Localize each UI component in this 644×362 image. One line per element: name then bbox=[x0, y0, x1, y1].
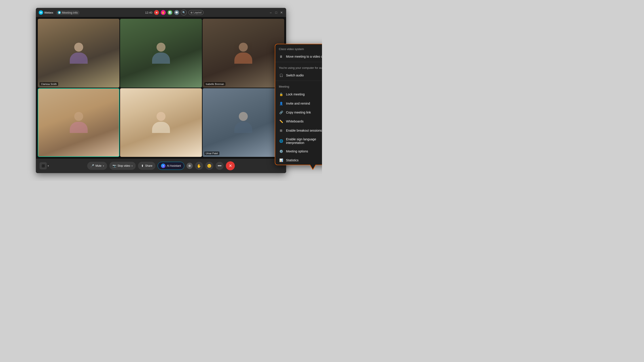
audio-icon: 🎧 bbox=[279, 73, 283, 77]
video-cell-1: Clarissa Smith bbox=[38, 19, 120, 88]
meeting-info-label: Meeting info bbox=[62, 11, 78, 14]
video-p6-bg bbox=[202, 88, 284, 157]
whiteboards-label: Whiteboards bbox=[286, 120, 322, 123]
breakout-sessions-item[interactable]: ⊞ Enable breakout sessions bbox=[275, 126, 322, 135]
statistics-item[interactable]: 📊 Statistics bbox=[275, 156, 322, 165]
title-bar-center: 12:40 ⏺ ✋ 📊 💬 🔍 ⊞ Layout bbox=[145, 9, 204, 15]
bottom-bar: ⊞ ▾ 🎤 Mute ▾ 📷 Stop video ▾ ⬆ Share ✦ AI… bbox=[36, 159, 286, 173]
chat-indicator: 💬 bbox=[174, 10, 179, 15]
person-head-2 bbox=[156, 43, 166, 52]
cisco-section-header: Cisco video system bbox=[275, 44, 322, 52]
meeting-options-item[interactable]: ⚙️ Meeting options bbox=[275, 147, 322, 156]
maximize-button[interactable]: □ bbox=[274, 11, 278, 14]
mute-icon: 🎤 bbox=[90, 164, 94, 168]
switch-audio-label: Switch audio bbox=[286, 73, 322, 77]
bottom-left-controls: ⊞ ▾ bbox=[40, 162, 49, 169]
search-button[interactable]: 🔍 bbox=[181, 9, 187, 15]
person-head-6 bbox=[239, 112, 248, 121]
reaction-button[interactable]: 😊 bbox=[205, 162, 213, 170]
record-button[interactable] bbox=[186, 163, 193, 169]
mute-label: Mute bbox=[96, 164, 102, 167]
stop-video-button[interactable]: 📷 Stop video ▾ bbox=[109, 162, 136, 170]
lock-icon: 🔒 bbox=[279, 92, 283, 96]
app-name-label: Webex bbox=[44, 11, 53, 14]
more-options-button[interactable]: ••• bbox=[216, 162, 224, 170]
app-window: W Webex 📋 Meeting info 12:40 ⏺ ✋ 📊 💬 🔍 ⊞… bbox=[36, 8, 286, 173]
person-shape-1 bbox=[70, 43, 88, 64]
video-cell-6: Umar Patel bbox=[202, 88, 284, 157]
lock-meeting-item[interactable]: 🔒 Lock meeting bbox=[275, 90, 322, 99]
person-shape-2 bbox=[152, 43, 170, 64]
layout-chevron[interactable]: ▾ bbox=[48, 164, 49, 167]
activity-indicator: 📊 bbox=[168, 10, 172, 15]
meeting-section-header: Meeting bbox=[275, 82, 322, 90]
person-body-2 bbox=[152, 52, 170, 64]
invite-icon: 👤 bbox=[279, 101, 283, 106]
breakout-label: Enable breakout sessions bbox=[286, 129, 322, 132]
move-to-device-item[interactable]: 🖥 Move meeting to a video device bbox=[275, 52, 322, 61]
record-dot bbox=[188, 165, 191, 167]
sign-language-label: Enable sign language interpretation bbox=[286, 137, 322, 145]
person-overlay-4 bbox=[38, 89, 119, 157]
raise-hand-button[interactable]: ✋ bbox=[195, 162, 203, 170]
video-p3-bg bbox=[202, 19, 284, 88]
person-shape-5 bbox=[152, 112, 170, 133]
switch-audio-item[interactable]: 🎧 Switch audio bbox=[275, 71, 322, 80]
invite-remind-item[interactable]: 👤 Invite and remind bbox=[275, 99, 322, 108]
end-call-button[interactable]: ✕ bbox=[226, 161, 235, 170]
share-label: Share bbox=[145, 164, 152, 167]
meeting-info-icon: 📋 bbox=[58, 11, 61, 14]
video-cell-2 bbox=[120, 19, 202, 88]
person-head-4 bbox=[74, 112, 83, 121]
audio-section-header: You're using your computer for audio bbox=[275, 63, 322, 71]
recording-indicator: ⏺ bbox=[154, 10, 159, 15]
ai-assistant-button[interactable]: ✦ AI Assistant bbox=[158, 162, 184, 170]
content-area: Clarissa Smith bbox=[36, 17, 286, 173]
divider-2 bbox=[275, 81, 322, 81]
title-bar-left: W Webex 📋 Meeting info bbox=[39, 10, 80, 15]
layout-button[interactable]: ⊞ Layout bbox=[188, 10, 204, 15]
webex-logo-icon: W bbox=[39, 10, 43, 15]
breakout-icon: ⊞ bbox=[279, 128, 283, 133]
person-shape-4 bbox=[70, 112, 88, 133]
time-display: 12:40 bbox=[145, 11, 152, 14]
globe-icon: 🌐 bbox=[279, 139, 283, 143]
device-icon: 🖥 bbox=[279, 54, 283, 59]
whiteboards-item[interactable]: ✏️ Whiteboards bbox=[275, 117, 322, 126]
stop-video-label: Stop video bbox=[118, 164, 130, 167]
ai-label: AI Assistant bbox=[167, 164, 181, 167]
person-overlay-3 bbox=[202, 19, 284, 88]
webex-logo: W Webex bbox=[39, 10, 53, 15]
video-cell-3: Isabelle Brennan bbox=[202, 19, 284, 88]
video-p2-bg bbox=[120, 19, 202, 88]
person-shape-6 bbox=[234, 112, 252, 133]
person-body-1 bbox=[70, 52, 88, 64]
statistics-label: Statistics bbox=[286, 158, 322, 162]
participant-name-6: Umar Patel bbox=[204, 151, 219, 155]
video-cell-4 bbox=[38, 88, 120, 157]
person-overlay-6 bbox=[202, 88, 284, 157]
mute-button[interactable]: 🎤 Mute ▾ bbox=[87, 162, 107, 170]
person-head-3 bbox=[239, 43, 248, 52]
copy-link-item[interactable]: 🔗 Copy meeting link bbox=[275, 108, 322, 117]
person-body-6 bbox=[234, 122, 252, 133]
minimize-button[interactable]: – bbox=[269, 11, 272, 14]
ai-icon: ✦ bbox=[161, 164, 166, 168]
video-icon: 📷 bbox=[112, 164, 116, 168]
person-body-3 bbox=[234, 52, 252, 64]
layout-label: Layout bbox=[194, 11, 202, 14]
video-grid: Clarissa Smith bbox=[36, 17, 286, 159]
person-overlay-2 bbox=[120, 19, 202, 88]
title-bar: W Webex 📋 Meeting info 12:40 ⏺ ✋ 📊 💬 🔍 ⊞… bbox=[36, 8, 286, 17]
invite-remind-label: Invite and remind bbox=[286, 102, 322, 105]
close-button[interactable]: ✕ bbox=[280, 11, 283, 14]
person-shape-3 bbox=[234, 43, 252, 64]
camera-layout-button[interactable]: ⊞ bbox=[40, 162, 47, 169]
person-overlay-5 bbox=[120, 88, 202, 157]
share-button[interactable]: ⬆ Share bbox=[138, 162, 156, 170]
person-head-1 bbox=[74, 43, 83, 52]
sign-language-item[interactable]: 🌐 Enable sign language interpretation bbox=[275, 135, 322, 147]
person-overlay-1 bbox=[38, 19, 120, 88]
meeting-info-button[interactable]: 📋 Meeting info bbox=[56, 10, 80, 15]
context-menu: Cisco video system 🖥 Move meeting to a v… bbox=[275, 44, 322, 165]
